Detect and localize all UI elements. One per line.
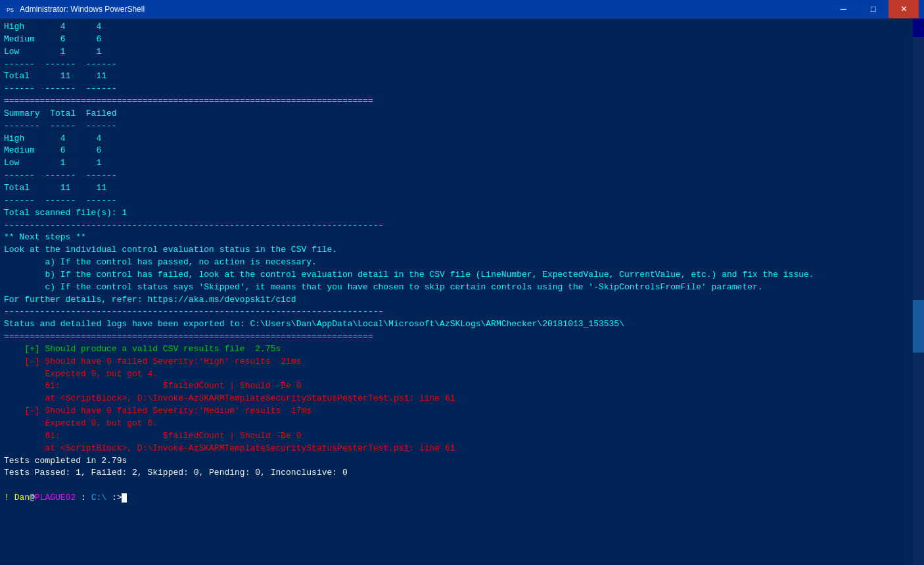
window-title: Administrator: Windows PowerShell bbox=[20, 5, 145, 14]
titlebar: PS Administrator: Windows PowerShell ─ □… bbox=[0, 0, 924, 18]
powershell-icon: PS bbox=[5, 4, 16, 14]
minimize-button[interactable]: ─ bbox=[828, 0, 858, 18]
maximize-button[interactable]: □ bbox=[858, 0, 889, 18]
titlebar-controls: ─ □ ✕ bbox=[828, 0, 919, 18]
console-output: High 4 4 Medium 6 6 Low 1 1 ------ -----… bbox=[0, 18, 913, 565]
console-text: High 4 4 Medium 6 6 Low 1 1 ------ -----… bbox=[4, 21, 909, 504]
svg-text:PS: PS bbox=[7, 7, 14, 14]
titlebar-left: PS Administrator: Windows PowerShell bbox=[5, 4, 145, 14]
close-button[interactable]: ✕ bbox=[889, 0, 919, 18]
scrollbar-thumb[interactable] bbox=[913, 300, 924, 353]
scrollbar-track[interactable] bbox=[913, 37, 924, 565]
